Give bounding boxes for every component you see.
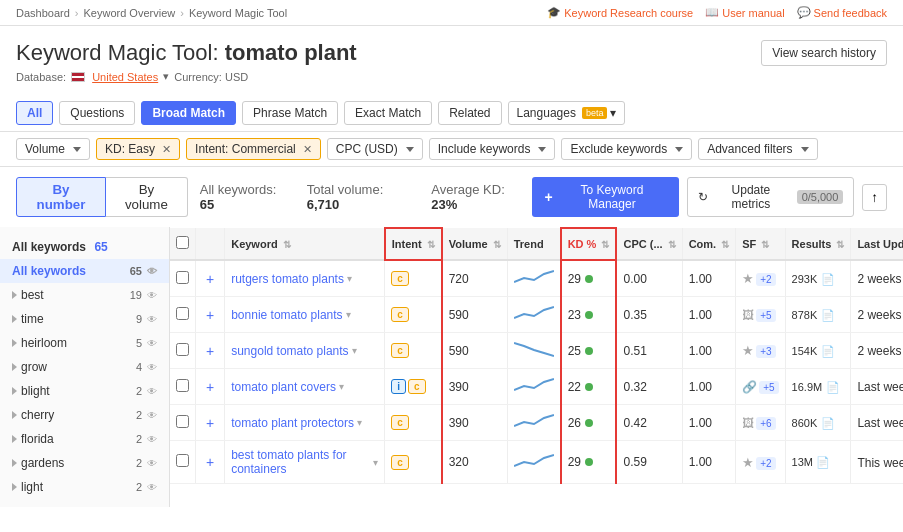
add-keyword-button[interactable]: + (202, 454, 218, 470)
sf-more-badge: +2 (756, 457, 775, 470)
keyword-link[interactable]: sungold tomato plants (231, 344, 348, 358)
row-checkbox[interactable] (176, 454, 189, 467)
keyword-link[interactable]: tomato plant protectors (231, 416, 354, 430)
table-row: +rutgers tomato plants▾c720290.001.00★+2… (170, 260, 903, 297)
page-title: Keyword Magic Tool: tomato plant (16, 40, 357, 66)
add-keyword-button[interactable]: + (202, 379, 218, 395)
row-checkbox-cell (170, 297, 196, 333)
results-cell: 13M 📄 (785, 441, 851, 484)
sort-by-volume[interactable]: By volume (106, 177, 188, 217)
row-checkbox-cell (170, 333, 196, 369)
th-intent[interactable]: Intent ⇅ (385, 228, 442, 260)
country-link[interactable]: United States (92, 71, 158, 83)
kd-dot (585, 419, 593, 427)
keyword-link[interactable]: bonnie tomato plants (231, 308, 342, 322)
sort-icon: ⇅ (601, 239, 609, 250)
th-volume[interactable]: Volume ⇅ (442, 228, 507, 260)
sidebar-item-grow[interactable]: grow 4 👁 (0, 355, 169, 379)
languages-button[interactable]: Languages beta ▾ (508, 101, 626, 125)
advanced-filters[interactable]: Advanced filters (698, 138, 817, 160)
breadcrumb-sep2: › (180, 7, 184, 19)
trend-chart (514, 412, 554, 430)
row-checkbox-cell (170, 441, 196, 484)
feedback-link[interactable]: 💬 Send feedback (797, 6, 887, 19)
add-keyword-button[interactable]: + (202, 343, 218, 359)
sidebar-item-cherry[interactable]: cherry 2 👁 (0, 403, 169, 427)
keyword-manager-button[interactable]: To Keyword Manager (532, 177, 679, 217)
course-link[interactable]: 🎓 Keyword Research course (547, 6, 693, 19)
volume-filter[interactable]: Volume (16, 138, 90, 160)
add-keyword-button[interactable]: + (202, 307, 218, 323)
row-checkbox[interactable] (176, 343, 189, 356)
chat-icon: 💬 (797, 6, 811, 19)
com-cell: 1.00 (682, 405, 736, 441)
tab-phrase-match[interactable]: Phrase Match (242, 101, 338, 125)
keyword-link[interactable]: tomato plant covers (231, 380, 336, 394)
row-add-cell: + (196, 260, 225, 297)
tab-broad-match[interactable]: Broad Match (141, 101, 236, 125)
row-checkbox[interactable] (176, 307, 189, 320)
intent-chip-close[interactable]: ✕ (303, 143, 312, 156)
select-all-checkbox[interactable] (176, 236, 189, 249)
th-cpc[interactable]: CPC (... ⇅ (616, 228, 682, 260)
th-kd[interactable]: KD % ⇅ (561, 228, 617, 260)
th-checkbox (170, 228, 196, 260)
sidebar-item-gardens[interactable]: gardens 2 👁 (0, 451, 169, 475)
sidebar-item-heirloom[interactable]: heirloom 5 👁 (0, 331, 169, 355)
intent-cell: c (385, 297, 442, 333)
view-history-button[interactable]: View search history (761, 40, 887, 66)
th-trend[interactable]: Trend (507, 228, 561, 260)
tab-related[interactable]: Related (438, 101, 501, 125)
kd-cell: 29 (561, 441, 617, 484)
keyword-link[interactable]: rutgers tomato plants (231, 272, 344, 286)
country-flag (71, 72, 85, 82)
sidebar-item-blight[interactable]: blight 2 👁 (0, 379, 169, 403)
keyword-link[interactable]: best tomato plants for containers (231, 448, 370, 476)
th-sf[interactable]: SF ⇅ (736, 228, 785, 260)
th-add (196, 228, 225, 260)
sidebar-item-best[interactable]: best 19 👁 (0, 283, 169, 307)
eye-icon: 👁 (147, 458, 157, 469)
chevron-down-icon (538, 147, 546, 152)
eye-icon: 👁 (147, 266, 157, 277)
trend-cell (507, 369, 561, 405)
table-row: +best tomato plants for containers▾c3202… (170, 441, 903, 484)
th-last-update[interactable]: Last Update ⇅ (851, 228, 903, 260)
cpc-filter[interactable]: CPC (USD) (327, 138, 423, 160)
update-metrics-button[interactable]: ↻ Update metrics 0/5,000 (687, 177, 854, 217)
results-cell: 878K 📄 (785, 297, 851, 333)
manual-link[interactable]: 📖 User manual (705, 6, 784, 19)
tab-all[interactable]: All (16, 101, 53, 125)
chevron-down-icon: ▾ (357, 417, 362, 428)
kd-filter-chip[interactable]: KD: Easy ✕ (96, 138, 180, 160)
breadcrumb-dashboard[interactable]: Dashboard (16, 7, 70, 19)
add-keyword-button[interactable]: + (202, 415, 218, 431)
breadcrumb-keyword-overview[interactable]: Keyword Overview (84, 7, 176, 19)
cpc-cell: 0.00 (616, 260, 682, 297)
row-checkbox[interactable] (176, 379, 189, 392)
sidebar-item-light[interactable]: light 2 👁 (0, 475, 169, 499)
tab-questions[interactable]: Questions (59, 101, 135, 125)
sort-by-number[interactable]: By number (16, 177, 106, 217)
results-cell: 16.9M 📄 (785, 369, 851, 405)
star-icon: ★ (742, 455, 754, 470)
trend-chart (514, 376, 554, 394)
th-results[interactable]: Results ⇅ (785, 228, 851, 260)
include-keywords-filter[interactable]: Include keywords (429, 138, 556, 160)
row-checkbox[interactable] (176, 415, 189, 428)
last-update-text: 2 weeks ... (857, 344, 903, 358)
th-keyword[interactable]: Keyword ⇅ (225, 228, 385, 260)
th-com[interactable]: Com. ⇅ (682, 228, 736, 260)
keyword-cell: sungold tomato plants▾ (225, 333, 385, 369)
row-checkbox[interactable] (176, 271, 189, 284)
export-button[interactable]: ↑ (862, 184, 887, 211)
tab-exact-match[interactable]: Exact Match (344, 101, 432, 125)
sidebar-item-all[interactable]: All keywords 65 👁 (0, 259, 169, 283)
kd-chip-close[interactable]: ✕ (162, 143, 171, 156)
sidebar-item-florida[interactable]: florida 2 👁 (0, 427, 169, 451)
exclude-keywords-filter[interactable]: Exclude keywords (561, 138, 692, 160)
add-keyword-button[interactable]: + (202, 271, 218, 287)
sidebar-item-time[interactable]: time 9 👁 (0, 307, 169, 331)
intent-filter-chip[interactable]: Intent: Commercial ✕ (186, 138, 321, 160)
sort-icon: ⇅ (668, 239, 676, 250)
